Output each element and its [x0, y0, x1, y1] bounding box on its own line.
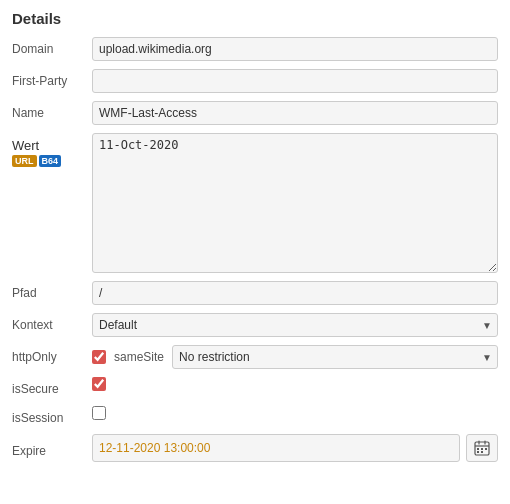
issecure-label: isSecure	[12, 377, 92, 398]
wert-row: Wert URL B64 11-Oct-2020	[12, 133, 498, 273]
first-party-row: First-Party	[12, 69, 498, 93]
domain-input[interactable]	[92, 37, 498, 61]
section-title: Details	[12, 10, 498, 27]
issecure-row: isSecure	[12, 377, 498, 398]
issession-checkbox[interactable]	[92, 406, 106, 420]
name-label: Name	[12, 101, 92, 122]
wert-badges: URL B64	[12, 155, 92, 167]
kontext-select[interactable]: Default Other	[92, 313, 498, 337]
httponly-checkbox[interactable]	[92, 350, 106, 364]
samesite-select[interactable]: No restriction Lax Strict	[172, 345, 498, 369]
svg-rect-7	[477, 451, 479, 453]
kontext-label: Kontext	[12, 313, 92, 334]
calendar-button[interactable]	[466, 434, 498, 462]
calendar-icon	[474, 440, 490, 456]
details-panel: Details Domain First-Party Name Wert URL…	[0, 0, 510, 480]
expire-row: Expire	[12, 434, 498, 462]
svg-rect-6	[485, 448, 487, 450]
pfad-row: Pfad	[12, 281, 498, 305]
samesite-label: sameSite	[114, 350, 164, 364]
kontext-row: Kontext Default Other ▼	[12, 313, 498, 337]
expire-input[interactable]	[92, 434, 460, 462]
svg-rect-4	[477, 448, 479, 450]
issession-row: isSession	[12, 406, 498, 427]
issecure-checkbox[interactable]	[92, 377, 106, 391]
httponly-label: httpOnly	[12, 350, 92, 364]
httponly-samesite-row: httpOnly sameSite No restriction Lax Str…	[12, 345, 498, 369]
pfad-input[interactable]	[92, 281, 498, 305]
expire-input-wrapper	[92, 434, 498, 462]
wert-label: Wert	[12, 138, 92, 153]
svg-rect-5	[481, 448, 483, 450]
name-input[interactable]	[92, 101, 498, 125]
pfad-label: Pfad	[12, 281, 92, 302]
httponly-content: sameSite No restriction Lax Strict ▼	[92, 345, 498, 369]
svg-rect-8	[481, 451, 483, 453]
name-row: Name	[12, 101, 498, 125]
kontext-select-wrapper: Default Other ▼	[92, 313, 498, 337]
url-badge: URL	[12, 155, 37, 167]
wert-input[interactable]: 11-Oct-2020	[92, 133, 498, 273]
domain-label: Domain	[12, 37, 92, 58]
domain-row: Domain	[12, 37, 498, 61]
issession-label: isSession	[12, 406, 92, 427]
b64-badge: B64	[39, 155, 62, 167]
samesite-select-wrapper: No restriction Lax Strict ▼	[172, 345, 498, 369]
first-party-input[interactable]	[92, 69, 498, 93]
wert-label-container: Wert URL B64	[12, 133, 92, 167]
first-party-label: First-Party	[12, 69, 92, 90]
expire-label: Expire	[12, 439, 92, 458]
